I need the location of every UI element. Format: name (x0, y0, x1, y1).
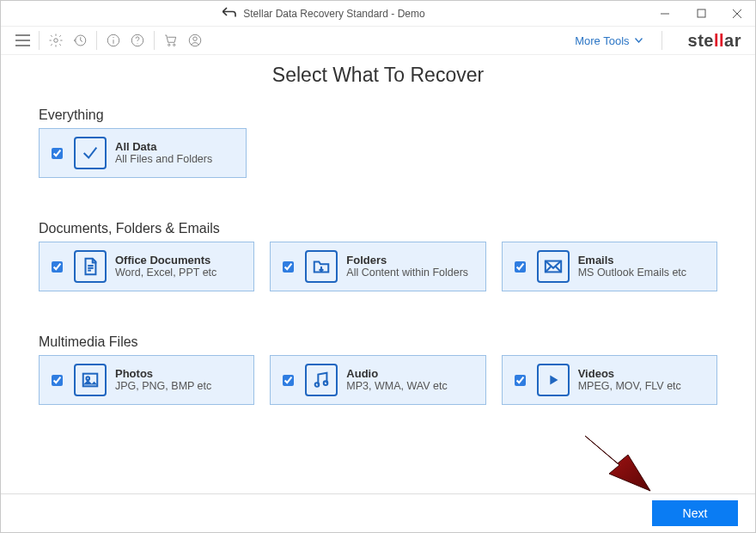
card-subtitle: MPEG, MOV, FLV etc (578, 380, 681, 393)
video-icon (537, 364, 570, 396)
checkbox-audio[interactable] (283, 375, 294, 386)
svg-point-25 (324, 381, 328, 385)
separator (96, 31, 97, 50)
card-title: Office Documents (115, 254, 216, 267)
checkbox-office-documents[interactable] (52, 261, 63, 273)
maximize-button[interactable] (683, 1, 719, 26)
card-photos[interactable]: Photos JPG, PNG, BMP etc (39, 355, 254, 405)
gear-icon[interactable] (48, 33, 64, 48)
brand-logo: stellar (688, 31, 741, 51)
music-icon (305, 364, 338, 396)
info-icon[interactable] (106, 33, 121, 48)
card-folders[interactable]: Folders All Content within Folders (270, 242, 485, 291)
section-heading-documents: Documents, Folders & Emails (39, 221, 717, 236)
card-subtitle: MS Outlook Emails etc (578, 266, 686, 279)
card-subtitle: All Content within Folders (346, 266, 468, 279)
page-title: Select What To Recover (39, 64, 717, 87)
user-icon[interactable] (187, 33, 203, 48)
titlebar: Stellar Data Recovery Standard - Demo (1, 1, 755, 27)
section-heading-multimedia: Multimedia Files (39, 334, 717, 350)
envelope-icon (537, 250, 570, 283)
chevron-down-icon (635, 38, 643, 43)
window-title: Stellar Data Recovery Standard - Demo (243, 8, 424, 20)
minimize-button[interactable] (647, 1, 683, 26)
history-icon[interactable] (72, 33, 88, 48)
menu-icon[interactable] (15, 33, 30, 48)
card-title: Videos (578, 367, 681, 381)
separator (39, 31, 40, 50)
checkbox-videos[interactable] (515, 375, 526, 386)
card-videos[interactable]: Videos MPEG, MOV, FLV etc (502, 355, 717, 405)
cart-icon[interactable] (163, 33, 179, 48)
svg-point-7 (54, 39, 58, 43)
separator (154, 31, 155, 50)
svg-point-24 (315, 383, 320, 387)
toolbar: More Tools stellar (1, 27, 755, 55)
checkbox-folders[interactable] (283, 261, 294, 273)
card-audio[interactable]: Audio MP3, WMA, WAV etc (270, 355, 485, 405)
card-subtitle: Word, Excel, PPT etc (115, 266, 216, 279)
separator (662, 31, 662, 50)
card-title: Emails (578, 254, 686, 267)
next-button[interactable]: Next (652, 500, 738, 526)
card-title: Audio (346, 367, 447, 381)
main-content: Select What To Recover Everything All Da… (1, 55, 755, 405)
window-controls (647, 1, 755, 26)
card-emails[interactable]: Emails MS Outlook Emails etc (502, 242, 717, 291)
svg-rect-1 (698, 9, 705, 17)
svg-point-17 (193, 37, 198, 41)
check-icon (74, 137, 107, 169)
section-heading-everything: Everything (39, 107, 717, 123)
card-title: Folders (346, 254, 468, 267)
svg-point-23 (86, 377, 89, 380)
window-title-area: Stellar Data Recovery Standard - Demo (1, 6, 647, 21)
close-button[interactable] (719, 1, 755, 26)
card-subtitle: All Files and Folders (115, 153, 212, 166)
card-subtitle: JPG, PNG, BMP etc (115, 380, 211, 393)
document-icon (74, 250, 107, 283)
photo-icon (74, 364, 107, 396)
back-icon[interactable] (223, 6, 236, 21)
svg-point-14 (168, 44, 170, 46)
footer: Next (1, 493, 755, 532)
card-subtitle: MP3, WMA, WAV etc (346, 380, 447, 393)
checkbox-emails[interactable] (515, 261, 526, 273)
help-icon[interactable] (130, 33, 145, 48)
card-title: Photos (115, 367, 211, 381)
more-tools-dropdown[interactable]: More Tools (575, 34, 642, 47)
card-office-documents[interactable]: Office Documents Word, Excel, PPT etc (39, 242, 254, 291)
folder-icon (305, 250, 338, 283)
checkbox-all-data[interactable] (52, 148, 63, 159)
checkbox-photos[interactable] (52, 375, 63, 386)
more-tools-label: More Tools (575, 34, 629, 47)
svg-point-15 (174, 44, 175, 46)
card-title: All Data (115, 140, 212, 154)
card-all-data[interactable]: All Data All Files and Folders (39, 128, 247, 178)
